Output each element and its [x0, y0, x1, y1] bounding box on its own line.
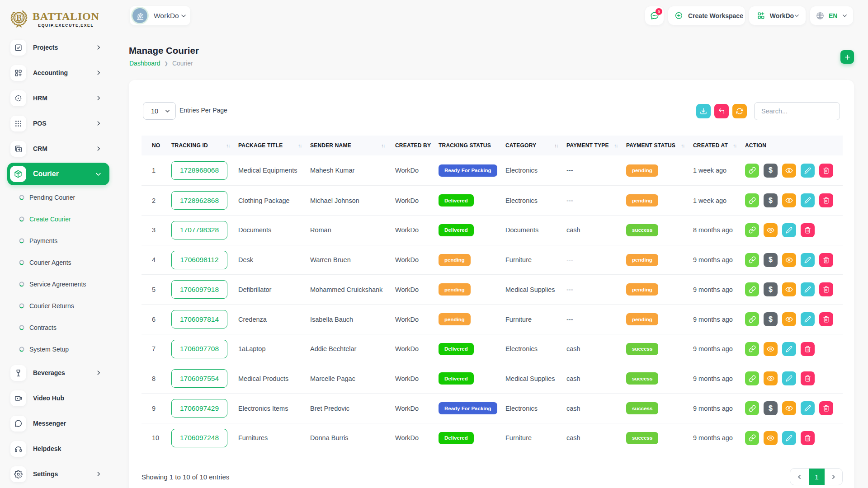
svg-text:B: B	[16, 14, 22, 23]
